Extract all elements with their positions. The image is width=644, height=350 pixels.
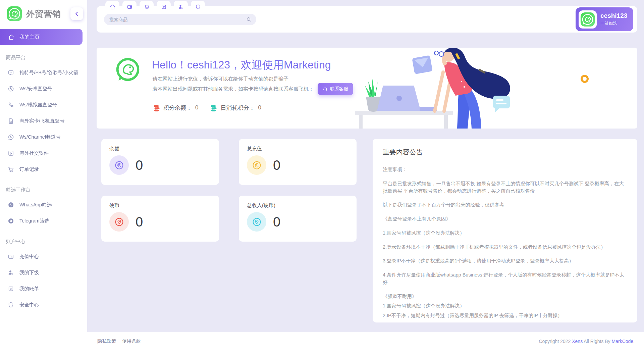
sidebar-item-social-accounts[interactable]: 推特号/FB号/谷歌号/小火箭 xyxy=(0,64,87,81)
footer: 隐私政策 使用条款 Copyright 2022 Xens All Rights… xyxy=(87,332,644,350)
total-recharge-value: 0 xyxy=(273,158,280,173)
coins-teal-icon xyxy=(210,103,218,112)
sidebar-section-account: 账户中心 xyxy=(0,229,87,248)
xens-link[interactable]: Xens xyxy=(572,339,583,344)
points-balance-value: 0 xyxy=(195,104,198,111)
announcement-line: 平台是已批发形式销售，一旦售出不退不换 如果有登录不上的情况你可以不时买几个号测… xyxy=(383,180,627,195)
sidebar-item-whatsapp-filter[interactable]: WhatsApp筛选 xyxy=(0,197,87,213)
announcement-line: 以下是我们登录了不下百万个号的出来的经验，仅供参考 xyxy=(383,201,627,209)
app-logo-icon xyxy=(7,6,22,21)
hero-illustration xyxy=(355,48,590,129)
sidebar-item-label: 订单记录 xyxy=(19,166,39,172)
sidebar-item-security[interactable]: 安全中心 xyxy=(0,297,87,313)
sidebar-item-label: Ws/模拟器直登号 xyxy=(19,102,57,108)
whatsapp-filled-icon xyxy=(8,202,14,208)
daily-points-used: 日消耗积分： 0 xyxy=(210,103,261,112)
user-name: ceshi123 xyxy=(600,12,627,19)
user-card[interactable]: ceshi123 一贫如洗 xyxy=(576,7,633,31)
facebook-icon xyxy=(8,150,14,156)
sidebar-item-home[interactable]: 我的主页 xyxy=(0,29,83,45)
main-content: ceshi123 一贫如洗 Hello！ceshi123，欢迎使用Marketi… xyxy=(87,0,644,332)
top-bar: ceshi123 一贫如洗 xyxy=(97,6,637,33)
app-title: 外贸营销 xyxy=(26,8,66,19)
shield-icon xyxy=(8,302,14,308)
sidebar-item-label: Ws/Channel频道号 xyxy=(19,134,60,140)
brand-row: 外贸营销 xyxy=(0,0,87,26)
sidebar-item-label: Ws/安卓直登号 xyxy=(19,86,52,92)
sidebar-item-label: 推特号/FB号/谷歌号/小火箭 xyxy=(19,69,78,76)
sidebar-item-orders[interactable]: 订单记录 xyxy=(0,161,87,177)
sidebar-item-label: 我的账单 xyxy=(19,286,39,292)
sidebar-item-telegram-filter[interactable]: Telegram筛选 xyxy=(0,213,87,229)
hero-title: Hello！ceshi123，欢迎使用Marketing xyxy=(152,58,331,72)
sidebar-item-ws-channel[interactable]: Ws/Channel频道号 xyxy=(0,129,87,145)
daily-points-used-value: 0 xyxy=(258,104,261,111)
sidebar-section-filter: 筛选工作台 xyxy=(0,177,87,197)
user-tagline: 一贫如洗 xyxy=(600,20,627,26)
announcement-panel: 重要内容公告 注意事项： 平台是已批发形式销售，一旦售出不退不换 如果有登录不上… xyxy=(373,139,637,322)
bill-icon xyxy=(161,4,167,10)
announcement-line: 3.登录IP不干净（这是权重最高的1个选项，请使用干净动态IP登录，登录概率大大… xyxy=(383,257,627,265)
cart-icon xyxy=(144,4,150,10)
points-balance: 积分余额： 0 xyxy=(153,103,198,112)
app-logo-icon xyxy=(115,57,140,82)
euro-coin-icon xyxy=(247,155,266,175)
announcement-line: 1.国家号码被风控（这个没办法解决） xyxy=(383,230,627,237)
home-icon xyxy=(8,34,14,40)
sidebar-item-label: 海外社交软件 xyxy=(19,150,49,156)
hero-banner: Hello！ceshi123，欢迎使用Marketing 请在网站上进行充值，告… xyxy=(97,48,637,129)
sidebar-item-bills[interactable]: 我的账单 xyxy=(0,281,87,297)
sidebar-item-recharge[interactable]: 充值中心 xyxy=(0,248,87,264)
sidebar-item-subordinates[interactable]: 我的下级 xyxy=(0,264,87,281)
sidebar-section-products: 商品平台 xyxy=(0,45,87,64)
search-icon[interactable] xyxy=(246,17,252,22)
card-total-recharge: 总充值 0 xyxy=(239,139,357,185)
announcement-line: 4.条件允许尽量使用商业版whatsapp Business 进行登录，个人版的… xyxy=(383,271,627,286)
sidebar-item-label: 充值中心 xyxy=(19,253,39,260)
app-logo-icon xyxy=(580,12,595,27)
team-icon xyxy=(178,4,184,10)
search-input[interactable] xyxy=(109,17,246,22)
card-coins: 硬币 0 xyxy=(101,196,219,242)
sidebar-item-label: Telegram筛选 xyxy=(19,218,49,224)
terms-of-use-link[interactable]: 使用条款 xyxy=(122,338,141,344)
sidebar-item-overseas-social[interactable]: 海外社交软件 xyxy=(0,145,87,161)
euro-coin-icon xyxy=(109,155,129,175)
chat-icon xyxy=(8,69,14,76)
announcement-title: 重要内容公告 xyxy=(383,148,627,157)
markcode-link[interactable]: MarkCode xyxy=(612,339,634,344)
announcement-line: 《直登号登录不上有几个原因》 xyxy=(383,215,627,223)
sidebar-item-label: 海外实卡/飞机直登号 xyxy=(19,118,65,124)
sidebar-collapse-button[interactable] xyxy=(70,7,83,20)
contact-support-button[interactable]: 联系客服 xyxy=(318,83,353,95)
phone-icon xyxy=(8,102,14,108)
shield-icon xyxy=(195,4,201,10)
hero-stats: 积分余额： 0 日消耗积分： 0 xyxy=(153,103,261,112)
announcement-line: 注意事项： xyxy=(383,166,627,173)
sidebar-item-sim-telegram[interactable]: 海外实卡/飞机直登号 xyxy=(0,113,87,129)
announcement-line: 《频道不耐用》 xyxy=(383,293,627,300)
sidebar-item-ws-emulator[interactable]: Ws/模拟器直登号 xyxy=(0,97,87,113)
sidebar-item-label: 我的主页 xyxy=(19,34,40,40)
sidebar-item-label: 安全中心 xyxy=(19,302,39,308)
coins-value: 0 xyxy=(136,214,143,230)
sidebar-item-ws-android[interactable]: Ws/安卓直登号 xyxy=(0,81,87,97)
privacy-policy-link[interactable]: 隐私政策 xyxy=(97,338,116,344)
coin-pin-icon xyxy=(109,212,129,232)
coins-red-icon xyxy=(153,103,161,112)
sim-card-icon xyxy=(8,118,14,124)
whatsapp-icon xyxy=(8,134,14,140)
copyright: Copyright 2022 Xens All Rights By MarkCo… xyxy=(539,339,635,344)
coin-pin-icon xyxy=(247,212,266,232)
telegram-icon xyxy=(8,218,14,224)
announcement-line: 2.登录设备环境不干净（卸载删除干净手机或者模拟器里的文件，或者设备信息被风控这… xyxy=(383,244,627,251)
sidebar-item-label: WhatsApp筛选 xyxy=(19,202,52,208)
search-box xyxy=(104,14,256,25)
headset-icon xyxy=(323,87,328,92)
hero-subtitle-2: 若本网站出现问题或有其他服务需求，如实卡接码请直接联系客服飞机： xyxy=(153,86,314,92)
hero-subtitle-1: 请在网站上进行充值，告诉你可以在给你手动充值的都是骗子 xyxy=(153,76,288,82)
chevron-left-icon xyxy=(73,10,80,17)
balance-value: 0 xyxy=(136,158,143,173)
bill-icon xyxy=(8,286,14,292)
sidebar-item-label: 我的下级 xyxy=(19,269,39,276)
